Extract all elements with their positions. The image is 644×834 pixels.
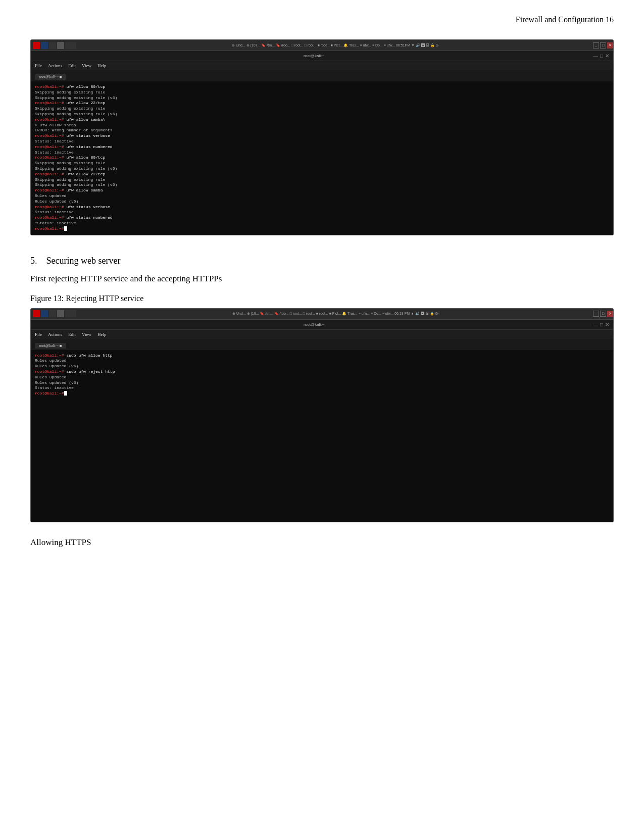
topbar-apps: ⊕ Und... ⊕ (107... 🔖 /tm... 🔖 /roo... □ … — [78, 43, 593, 47]
terminal-1-inner-titlebar: root@kali:~ — □ ✕ — [31, 51, 613, 61]
prompt-hash: :~# — [57, 172, 64, 176]
terminal-1-tab-row: root@kali:~ ■ — [31, 70, 613, 81]
inner-win-controls: — □ ✕ — [593, 53, 609, 59]
terminal-2-titlebar: ⊕ Und... ⊕ (10... 🔖 /tm... 🔖 /roo... □ r… — [31, 309, 613, 320]
terminal-line: root@kali:~# ufw allow 80/tcp — [35, 84, 609, 90]
prompt-hash: :~# — [57, 133, 64, 138]
minimize-btn-2[interactable]: _ — [593, 311, 599, 317]
menu-actions[interactable]: Actions — [48, 63, 62, 68]
output: Status: inactive — [35, 150, 74, 155]
menu-help[interactable]: Help — [97, 63, 107, 68]
cmd-text: ufw allow 22/tcp — [64, 172, 106, 176]
output: Skipping adding existing rule — [35, 90, 105, 94]
cmd-text: ufw status verbose — [64, 133, 110, 138]
window-controls-2: _ □ ✕ — [593, 311, 613, 317]
output: Status: inactive — [35, 385, 74, 390]
prompt: root@kali — [35, 101, 57, 105]
cmd-text: sudo ufw reject http — [64, 369, 115, 374]
output: Rules updated — [35, 358, 66, 363]
close-btn-2[interactable]: ✕ — [607, 311, 613, 317]
prompt: root@kali — [35, 144, 57, 149]
terminal-line: Status: inactive — [35, 150, 609, 156]
prompt-hash: :~# — [57, 391, 64, 396]
figure-13-caption: Figure 13: Rejecting HTTP service — [30, 294, 614, 303]
terminal-line: Skipping adding existing rule (v6) — [35, 95, 609, 101]
inner-win-controls-2: — □ ✕ — [593, 322, 609, 327]
prompt-hash: :~# — [57, 84, 64, 89]
output: Skipping adding existing rule (v6) — [35, 166, 117, 171]
close-btn[interactable]: ✕ — [607, 42, 613, 48]
terminal-line: Skipping adding existing rule — [35, 106, 609, 112]
terminal-1-tab[interactable]: root@kali:~ ■ — [35, 74, 66, 80]
prompt-hash: :~# — [57, 188, 64, 192]
cmd-text: ufw allow 80/tcp — [64, 155, 106, 160]
output: Skipping adding existing rule — [35, 106, 105, 111]
terminal-line: root@kali:~# ufw allow 80/tcp — [35, 155, 609, 161]
cursor — [64, 226, 67, 231]
output: Skipping adding existing rule — [35, 177, 105, 182]
taskbar-icon-red — [33, 42, 40, 49]
output: Rules updated — [35, 193, 66, 198]
terminal-line: Skipping adding existing rule (v6) — [35, 182, 609, 188]
terminal-line: Rules updated (v6) — [35, 364, 609, 369]
cmd-text: ufw allow samba — [64, 188, 103, 192]
terminal-line: Rules updated (v6) — [35, 380, 609, 386]
taskbar-icon-gray — [57, 42, 64, 49]
terminal-line: Status: inactive — [35, 210, 609, 215]
cmd-text: sudo ufw allow http — [64, 353, 113, 358]
prompt-hash: :~# — [57, 117, 64, 122]
terminal-2: ⊕ Und... ⊕ (10... 🔖 /tm... 🔖 /roo... □ r… — [30, 308, 614, 522]
terminal-line: root@kali:~# ufw status verbose — [35, 133, 609, 139]
menu-actions-2[interactable]: Actions — [48, 332, 62, 337]
prompt: root@kali — [35, 369, 57, 374]
cmd-text: ufw status numbered — [64, 215, 113, 220]
prompt-hash: :~# — [57, 226, 64, 231]
terminal-line: root@kali:~# ufw allow 22/tcp — [35, 101, 609, 106]
prompt: root@kali — [35, 205, 57, 209]
terminal-1-titlebar: ⊕ Und... ⊕ (107... 🔖 /tm... 🔖 /roo... □ … — [31, 40, 613, 51]
prompt: root@kali — [35, 391, 57, 396]
output: Rules updated (v6) — [35, 380, 78, 385]
terminal-line: Skipping adding existing rule (v6) — [35, 166, 609, 172]
menu-file[interactable]: File — [35, 63, 42, 68]
cmd-text: ufw allow samba\ — [64, 117, 106, 122]
menu-view[interactable]: View — [82, 63, 91, 68]
prompt: root@kali — [35, 215, 57, 220]
taskbar-icon-blue — [41, 42, 48, 49]
cursor-2 — [64, 391, 67, 396]
taskbar-icon-blue-2 — [41, 310, 48, 317]
menu-edit[interactable]: Edit — [68, 63, 76, 68]
inner-minimize: — — [593, 53, 598, 59]
terminal-line: Skipping adding existing rule (v6) — [35, 112, 609, 117]
topbar-apps-2: ⊕ Und... ⊕ (10... 🔖 /tm... 🔖 /roo... □ r… — [78, 312, 593, 316]
section-number: 5. Securing web server — [30, 256, 614, 266]
output: Skipping adding existing rule (v6) — [35, 182, 117, 187]
terminal-line: ERROR: Wrong number of arguments — [35, 128, 609, 133]
taskbar-icon-wide-2 — [65, 310, 76, 317]
terminal-line: Rules updated (v6) — [35, 199, 609, 205]
terminal-1-body[interactable]: root@kali:~# ufw allow 80/tcp Skipping a… — [31, 81, 613, 235]
window-controls-1: _ □ ✕ — [593, 42, 613, 48]
prompt: root@kali — [35, 353, 57, 358]
terminal-2-menubar: File Actions Edit View Help — [31, 330, 613, 339]
cmd-text: ufw allow 22/tcp — [64, 101, 106, 105]
maximize-btn[interactable]: □ — [600, 42, 606, 48]
output: Status: inactive — [35, 210, 74, 214]
terminal-2-body[interactable]: root@kali:~# sudo ufw allow http Rules u… — [31, 350, 613, 522]
menu-help-2[interactable]: Help — [97, 332, 107, 337]
prompt-hash: :~# — [57, 215, 64, 220]
terminal-2-tab[interactable]: root@kali:~ ■ — [35, 343, 66, 349]
minimize-btn[interactable]: _ — [593, 42, 599, 48]
terminal-line: > ufw allow samba — [35, 123, 609, 128]
terminal-cursor-line: root@kali:~# — [35, 226, 609, 232]
terminal-line: root@kali:~# sudo ufw reject http — [35, 369, 609, 375]
inner-minimize-2: — — [593, 322, 598, 327]
menu-view-2[interactable]: View — [82, 332, 91, 337]
prompt: root@kali — [35, 172, 57, 176]
section-num: 5. — [30, 256, 37, 266]
taskbar-icons-2 — [31, 310, 78, 317]
menu-file-2[interactable]: File — [35, 332, 42, 337]
terminal-line: root@kali:~# ufw allow samba\ — [35, 117, 609, 123]
maximize-btn-2[interactable]: □ — [600, 311, 606, 317]
menu-edit-2[interactable]: Edit — [68, 332, 76, 337]
